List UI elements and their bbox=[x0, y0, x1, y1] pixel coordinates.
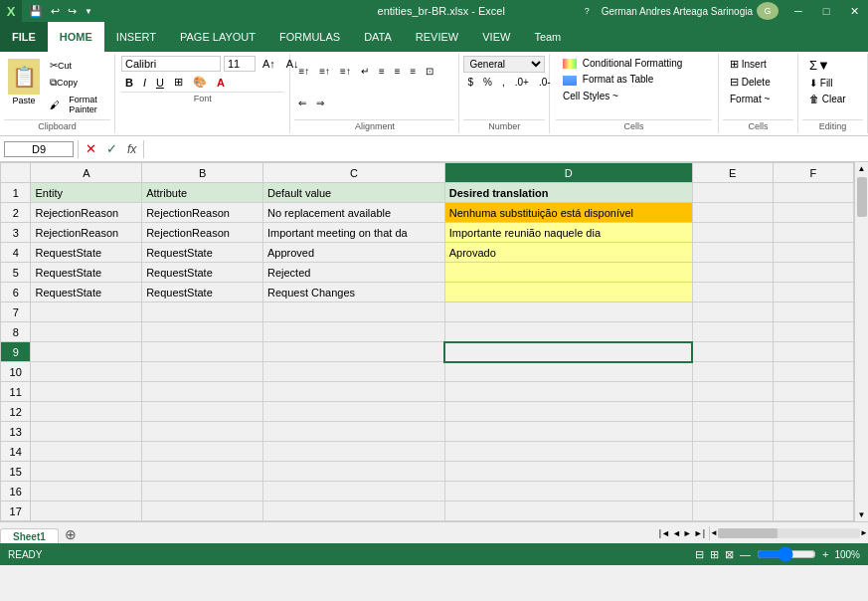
row-header-12[interactable]: 12 bbox=[1, 402, 31, 422]
row-header-3[interactable]: 3 bbox=[1, 223, 31, 243]
col-header-d[interactable]: D bbox=[444, 163, 692, 183]
font-size-input[interactable] bbox=[224, 56, 256, 72]
cell-d2[interactable]: Nenhuma substituição está disponível bbox=[444, 203, 692, 223]
cell-c3[interactable]: Important meeting on that da bbox=[262, 223, 444, 243]
tab-review[interactable]: REVIEW bbox=[404, 22, 470, 52]
conditional-formatting-button[interactable]: Conditional Formatting bbox=[556, 56, 712, 71]
undo-button[interactable]: ↩ bbox=[48, 3, 63, 20]
cell-c6[interactable]: Request Changes bbox=[262, 283, 444, 302]
cell-b4[interactable]: RequestState bbox=[142, 243, 263, 263]
cell-a4[interactable]: RequestState bbox=[31, 243, 142, 263]
formula-input[interactable] bbox=[148, 142, 864, 156]
normal-view-button[interactable]: ⊟ bbox=[695, 548, 704, 561]
increase-font-button[interactable]: A↑ bbox=[259, 56, 279, 72]
scroll-thumb[interactable] bbox=[857, 177, 867, 217]
page-layout-view-button[interactable]: ⊞ bbox=[710, 548, 719, 561]
cell-e6[interactable] bbox=[692, 283, 773, 302]
cell-c5[interactable]: Rejected bbox=[262, 263, 444, 283]
col-header-a[interactable]: A bbox=[31, 163, 142, 183]
cell-a5[interactable]: RequestState bbox=[31, 263, 142, 283]
col-header-e[interactable]: E bbox=[692, 163, 773, 183]
cell-c1[interactable]: Default value bbox=[262, 183, 444, 203]
align-top-left-button[interactable]: ≡↑ bbox=[294, 56, 313, 87]
cell-e2[interactable] bbox=[692, 203, 773, 223]
merge-center-button[interactable]: ⊡ bbox=[422, 56, 437, 87]
save-button[interactable]: 💾 bbox=[26, 3, 46, 20]
minimize-button[interactable]: ─ bbox=[784, 0, 812, 22]
cell-b1[interactable]: Attribute bbox=[142, 183, 263, 203]
increase-decimal-button[interactable]: .0+ bbox=[511, 75, 533, 90]
row-header-15[interactable]: 15 bbox=[1, 462, 31, 482]
cell-f6[interactable] bbox=[773, 283, 853, 302]
cell-b5[interactable]: RequestState bbox=[142, 263, 263, 283]
add-sheet-button[interactable]: ⊕ bbox=[59, 524, 83, 544]
borders-button[interactable]: ⊞ bbox=[170, 74, 187, 91]
font-name-input[interactable] bbox=[121, 56, 221, 72]
grid-scroll[interactable]: A B C D E F 1 Entity Attribute Default v… bbox=[0, 162, 854, 521]
restore-button[interactable]: □ bbox=[812, 0, 840, 22]
copy-button[interactable]: ⧉ Copy bbox=[46, 75, 110, 91]
cell-c2[interactable]: No replacement available bbox=[262, 203, 444, 223]
tab-formulas[interactable]: FORMULAS bbox=[267, 22, 352, 52]
scroll-first-button[interactable]: |◄ bbox=[659, 528, 670, 538]
clear-button[interactable]: 🗑 Clear bbox=[802, 92, 863, 106]
scroll-up-button[interactable]: ▲ bbox=[856, 162, 868, 175]
format-painter-button[interactable]: 🖌 Format Painter bbox=[46, 93, 110, 116]
insert-function-button[interactable]: fx bbox=[124, 141, 139, 157]
align-right-button[interactable]: ≡ bbox=[407, 56, 421, 87]
row-header-1[interactable]: 1 bbox=[1, 183, 31, 203]
row-header-10[interactable]: 10 bbox=[1, 362, 31, 382]
cell-f3[interactable] bbox=[773, 223, 853, 243]
sheet-tab-sheet1[interactable]: Sheet1 bbox=[0, 528, 59, 544]
align-left-button[interactable]: ≡ bbox=[375, 56, 389, 87]
cell-d5[interactable] bbox=[444, 263, 692, 283]
hscroll-left-button[interactable]: ◄ bbox=[710, 528, 718, 537]
hscroll-right-button[interactable]: ► bbox=[860, 528, 868, 537]
scroll-last-button[interactable]: ►| bbox=[694, 528, 705, 538]
col-header-c[interactable]: C bbox=[262, 163, 444, 183]
row-header-7[interactable]: 7 bbox=[1, 302, 31, 322]
row-header-2[interactable]: 2 bbox=[1, 203, 31, 223]
row-header-11[interactable]: 11 bbox=[1, 382, 31, 402]
page-break-view-button[interactable]: ⊠ bbox=[725, 548, 734, 561]
cell-e4[interactable] bbox=[692, 243, 773, 263]
scroll-prev-button[interactable]: ◄ bbox=[672, 528, 681, 538]
close-button[interactable]: ✕ bbox=[840, 0, 868, 22]
row-header-9[interactable]: 9 bbox=[1, 342, 31, 362]
align-top-right-button[interactable]: ≡↑ bbox=[336, 56, 355, 87]
col-header-b[interactable]: B bbox=[142, 163, 263, 183]
autosum-button[interactable]: Σ▼ bbox=[802, 56, 863, 75]
tab-team[interactable]: Team bbox=[522, 22, 573, 52]
active-cell-d9[interactable] bbox=[444, 342, 692, 362]
cell-styles-button[interactable]: Cell Styles ~ bbox=[556, 89, 712, 103]
format-as-table-button[interactable]: Format as Table bbox=[556, 72, 712, 87]
percent-button[interactable]: % bbox=[479, 75, 496, 90]
cell-d6[interactable] bbox=[444, 283, 692, 302]
cell-f2[interactable] bbox=[773, 203, 853, 223]
cell-e5[interactable] bbox=[692, 263, 773, 283]
comma-button[interactable]: , bbox=[498, 75, 509, 90]
wrap-text-button[interactable]: ↵ bbox=[357, 56, 373, 87]
tab-insert[interactable]: INSERT bbox=[104, 22, 168, 52]
row-header-16[interactable]: 16 bbox=[1, 482, 31, 501]
cancel-formula-button[interactable]: ✕ bbox=[83, 140, 99, 157]
hscroll-thumb[interactable] bbox=[718, 528, 778, 538]
cell-d3[interactable]: Importante reunião naquele dia bbox=[444, 223, 692, 243]
cell-b6[interactable]: RequestState bbox=[142, 283, 263, 302]
cell-d4[interactable]: Aprovado bbox=[444, 243, 692, 263]
cell-d1[interactable]: Desired translation bbox=[444, 183, 692, 203]
fill-button[interactable]: ⬇ Fill bbox=[802, 76, 863, 91]
cell-f1[interactable] bbox=[773, 183, 853, 203]
scroll-next-button[interactable]: ► bbox=[683, 528, 692, 538]
row-header-4[interactable]: 4 bbox=[1, 243, 31, 263]
font-color-button[interactable]: A bbox=[213, 75, 229, 91]
cell-b2[interactable]: RejectionReason bbox=[142, 203, 263, 223]
underline-button[interactable]: U bbox=[152, 75, 168, 91]
row-header-6[interactable]: 6 bbox=[1, 283, 31, 302]
cell-a3[interactable]: RejectionReason bbox=[31, 223, 142, 243]
align-center-button[interactable]: ≡ bbox=[391, 56, 405, 87]
tab-file[interactable]: FILE bbox=[0, 22, 48, 52]
tab-data[interactable]: DATA bbox=[352, 22, 404, 52]
cell-e1[interactable] bbox=[692, 183, 773, 203]
row-header-5[interactable]: 5 bbox=[1, 263, 31, 283]
